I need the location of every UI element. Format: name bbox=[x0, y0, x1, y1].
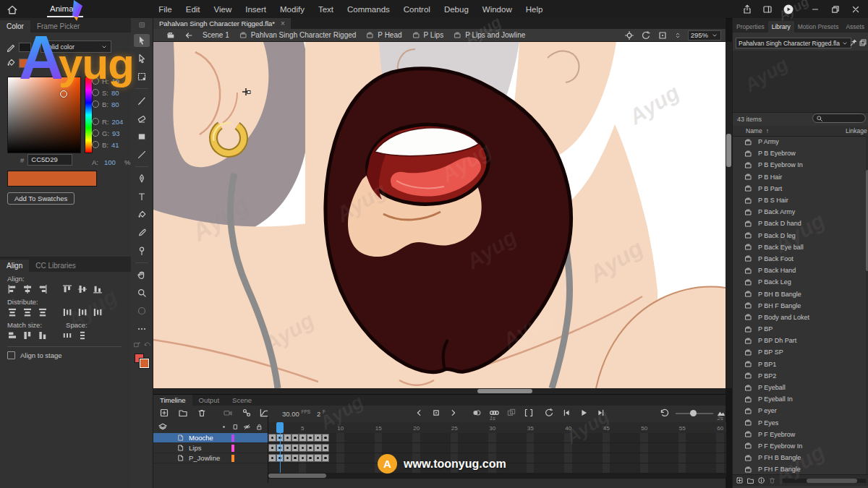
playhead-marker[interactable] bbox=[276, 422, 284, 433]
panel-tab[interactable]: Timeline bbox=[153, 395, 192, 406]
library-item[interactable]: P Back Foot bbox=[733, 253, 866, 265]
library-horizontal-scrollbar[interactable] bbox=[782, 479, 866, 483]
library-item[interactable]: P BP Dh Part bbox=[733, 335, 866, 346]
menu-item[interactable]: Edit bbox=[186, 5, 200, 14]
back-icon[interactable] bbox=[184, 30, 194, 40]
workspace-icon[interactable] bbox=[762, 4, 773, 14]
brush-tool[interactable] bbox=[134, 94, 150, 107]
color-value[interactable]: 80 bbox=[111, 100, 129, 108]
keyframe-row[interactable] bbox=[268, 453, 726, 463]
rectangle-tool[interactable] bbox=[134, 130, 150, 143]
more-tools[interactable] bbox=[134, 322, 150, 335]
layer-name[interactable]: P_Jowline bbox=[189, 454, 220, 462]
keyframe-row[interactable] bbox=[268, 433, 726, 443]
restore-icon[interactable] bbox=[830, 4, 841, 14]
library-item[interactable]: P Eyeball bbox=[733, 382, 866, 393]
lock-icon[interactable] bbox=[255, 423, 263, 431]
library-item[interactable]: P Army bbox=[733, 136, 866, 147]
paint-bucket-tool[interactable] bbox=[134, 208, 150, 221]
delete-icon[interactable] bbox=[768, 476, 776, 484]
library-item[interactable]: P Back Hand bbox=[733, 265, 866, 276]
space-horizontal-icon[interactable] bbox=[62, 330, 72, 341]
library-item[interactable]: P FH B Bangle bbox=[733, 452, 866, 463]
line-tool[interactable] bbox=[134, 148, 150, 161]
panel-tab[interactable]: Properties bbox=[733, 21, 768, 33]
layer-color-chip[interactable] bbox=[231, 435, 234, 442]
timeline-layer-row[interactable]: P_Jowline bbox=[153, 453, 268, 463]
home-icon[interactable] bbox=[7, 4, 18, 15]
new-folder-icon[interactable] bbox=[178, 408, 188, 418]
app-menu-animate[interactable]: Animate bbox=[50, 4, 80, 14]
color-value[interactable]: 100 bbox=[104, 158, 122, 166]
saturation-brightness-picker[interactable] bbox=[7, 77, 81, 153]
layer-color-chip[interactable] bbox=[231, 445, 234, 452]
stroke-color-chip[interactable] bbox=[19, 43, 31, 52]
new-layer-icon[interactable] bbox=[159, 408, 169, 418]
frame-ruler[interactable]: 51015202530354045505560 bbox=[268, 422, 726, 434]
panel-tab[interactable]: Color bbox=[0, 20, 30, 33]
hex-input[interactable]: CC5D29 bbox=[27, 154, 72, 166]
color-value[interactable]: 204 bbox=[112, 118, 129, 126]
library-item[interactable]: P BP1 bbox=[733, 359, 866, 370]
menu-item[interactable]: Debug bbox=[444, 5, 469, 14]
edit-symbol-icon[interactable] bbox=[133, 341, 141, 348]
color-picker-marker[interactable] bbox=[60, 90, 67, 98]
fill-color-bucket-icon[interactable] bbox=[6, 58, 16, 68]
color-value[interactable]: 80 bbox=[111, 89, 129, 97]
library-item[interactable]: P Back D leg bbox=[733, 230, 866, 241]
rotate-view-icon[interactable] bbox=[641, 30, 651, 40]
pin-icon[interactable] bbox=[849, 38, 858, 47]
pen-tool[interactable] bbox=[134, 172, 150, 185]
color-mode-radio[interactable] bbox=[92, 129, 99, 137]
align-left-icon[interactable] bbox=[7, 284, 17, 294]
panel-tab[interactable]: Align bbox=[0, 260, 29, 272]
timeline-horizontal-scrollbar[interactable] bbox=[268, 473, 726, 479]
color-value[interactable]: 93 bbox=[112, 129, 129, 137]
library-item[interactable]: P Eyes bbox=[733, 417, 866, 429]
zoom-level-select[interactable]: 295% bbox=[688, 30, 721, 40]
asset-warp-tool[interactable] bbox=[134, 244, 150, 257]
library-item[interactable]: P Back Army bbox=[733, 206, 866, 218]
menu-item[interactable]: Insert bbox=[245, 5, 266, 14]
match-width-icon[interactable] bbox=[7, 330, 17, 341]
color-value[interactable]: 41 bbox=[111, 141, 129, 149]
delete-icon[interactable] bbox=[197, 408, 207, 418]
toolbar-grid-icon[interactable] bbox=[138, 21, 146, 29]
library-item[interactable]: P BH F Bangle bbox=[733, 300, 866, 312]
color-value[interactable]: 19 bbox=[112, 77, 129, 85]
color-mode-radio[interactable] bbox=[92, 141, 99, 148]
timeline-layer-row[interactable]: Lips bbox=[153, 443, 268, 453]
library-document-select[interactable]: Pahalvan Singh Character Rigged.fla bbox=[736, 38, 851, 48]
align-top-icon[interactable] bbox=[62, 284, 72, 294]
tab-close-icon[interactable]: × bbox=[281, 20, 285, 27]
library-item[interactable]: P eyer bbox=[733, 405, 866, 416]
current-color-swatch[interactable] bbox=[7, 171, 97, 187]
document-tab[interactable]: Pahalvan Singh Character Rigged.fla* × bbox=[153, 18, 291, 29]
fill-stroke-swatches[interactable] bbox=[135, 354, 149, 368]
linkage-column-header[interactable]: Linkage bbox=[846, 127, 867, 134]
menu-item[interactable]: Modify bbox=[280, 5, 305, 14]
align-center-horizontal-icon[interactable] bbox=[22, 284, 33, 294]
menu-item[interactable]: File bbox=[158, 5, 172, 14]
align-bottom-icon[interactable] bbox=[93, 284, 103, 294]
distribute-horizontal-center-icon[interactable] bbox=[77, 307, 88, 317]
breadcrumb-item[interactable]: P Lips bbox=[412, 31, 444, 39]
layers-icon[interactable] bbox=[158, 422, 168, 432]
minimize-icon[interactable] bbox=[810, 4, 820, 14]
scene-clapper-icon[interactable] bbox=[166, 31, 175, 40]
frames-grid[interactable] bbox=[268, 433, 726, 473]
library-item[interactable]: P Body and Loket bbox=[733, 312, 866, 323]
color-mode-radio[interactable] bbox=[92, 77, 99, 85]
panel-tab[interactable]: Scene bbox=[226, 395, 258, 406]
zoom-tool[interactable] bbox=[134, 286, 150, 299]
layer-name[interactable]: Mooche bbox=[189, 434, 213, 442]
library-item[interactable]: P B Hair bbox=[733, 171, 866, 183]
space-vertical-icon[interactable] bbox=[77, 330, 88, 341]
timeline-frames-area[interactable]: 1s2s 51015202530354045505560 bbox=[268, 416, 726, 483]
library-item[interactable]: P BP SP bbox=[733, 346, 866, 358]
info-icon[interactable] bbox=[757, 476, 765, 484]
hand-tool[interactable] bbox=[134, 268, 150, 281]
panel-tab[interactable]: Frame Picker bbox=[30, 20, 86, 33]
library-item[interactable]: P Eyeball In bbox=[733, 393, 866, 405]
canvas-vertical-scrollbar[interactable] bbox=[726, 42, 732, 388]
